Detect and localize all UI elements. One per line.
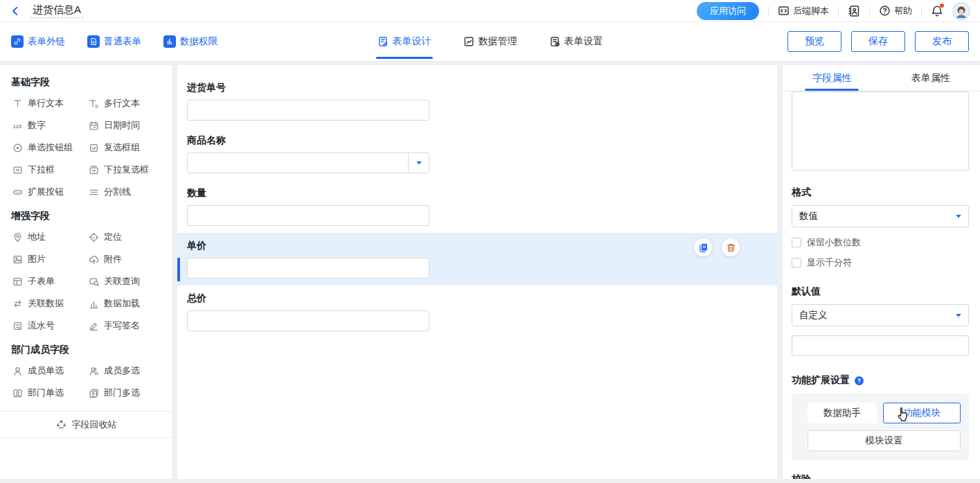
canvas-field-row[interactable]: 商品名称 [177, 128, 777, 180]
canvas-field-row[interactable]: 进货单号 [177, 75, 777, 128]
toolbar-link-plain-form[interactable]: 普通表单 [87, 35, 141, 48]
field-input[interactable] [187, 258, 429, 279]
recycle-label: 字段回收站 [72, 419, 117, 431]
sidebar-item-dropdown-multi[interactable]: 下拉复选框 [89, 159, 172, 181]
format-select[interactable]: 数值 [792, 205, 969, 227]
canvas-fields: 进货单号 商品名称 数量 单价 总价 [177, 75, 777, 338]
app-access-button[interactable]: 应用访问 [697, 2, 759, 20]
copy-field-button[interactable] [694, 238, 712, 256]
sidebar-section-title: 部门成员字段 [0, 337, 172, 360]
field-description-textarea[interactable] [792, 91, 969, 170]
sidebar-item-radio-group[interactable]: 单选按钮组 [12, 137, 89, 159]
sidebar-item-label: 成员单选 [28, 365, 64, 377]
checkbox-row[interactable]: 保留小数位数 [792, 236, 969, 249]
sidebar-item-dropdown[interactable]: 下拉框 [12, 159, 89, 181]
back-button[interactable] [10, 6, 21, 17]
sidebar-item-attachment[interactable]: 附件 [89, 248, 172, 270]
canvas-field-row[interactable]: 单价 [177, 233, 777, 286]
toolbar-link-data-permission[interactable]: 数据权限 [163, 35, 217, 48]
checkbox-row[interactable]: 显示千分符 [792, 256, 969, 269]
field-input[interactable] [187, 205, 429, 226]
sidebar-item-image[interactable]: 图片 [12, 248, 89, 270]
backend-script-button[interactable]: 后端脚本 [778, 5, 829, 17]
sidebar-item-signature[interactable]: 手写签名 [89, 315, 172, 337]
divider-icon [89, 187, 99, 197]
page-title[interactable]: 进货信息A [30, 3, 83, 19]
panel-tab-form-properties[interactable]: 表单属性 [882, 65, 980, 91]
linked-data-icon [12, 299, 23, 309]
sidebar-item-label: 数字 [28, 119, 46, 132]
sidebar-item-linked-query[interactable]: 关联查询 [89, 270, 172, 292]
question-circle-icon [879, 5, 891, 17]
sidebar-item-subform[interactable]: 子表单 [12, 270, 89, 292]
save-button[interactable]: 保存 [851, 31, 905, 52]
module-settings-button[interactable]: 模块设置 [808, 430, 961, 451]
sidebar-item-multi-text[interactable]: 多行文本 [89, 92, 172, 114]
contact-book-button[interactable] [848, 5, 860, 17]
sidebar-item-label: 扩展按钮 [28, 186, 64, 198]
tab-label: 数据管理 [479, 35, 517, 48]
tab-form-settings[interactable]: 表单设置 [549, 22, 603, 61]
sidebar-item-dept-single[interactable]: 部门单选 [12, 382, 89, 404]
checkbox-label: 保留小数位数 [807, 236, 861, 249]
sidebar-item-dept-multi[interactable]: 部门多选 [89, 382, 172, 404]
dropdown-multi-icon [89, 165, 99, 175]
panel-tab-field-properties[interactable]: 字段属性 [783, 65, 882, 91]
form-canvas[interactable]: 进货单号 商品名称 数量 单价 总价 [177, 65, 777, 479]
tab-form-design[interactable]: 表单设计 [377, 22, 431, 61]
sidebar-item-member-multi[interactable]: 成员多选 [89, 360, 172, 382]
user-avatar[interactable] [952, 2, 970, 20]
delete-field-button[interactable] [722, 238, 740, 256]
publish-button[interactable]: 发布 [915, 31, 969, 52]
sidebar-item-number[interactable]: 123 数字 [12, 114, 89, 137]
sidebar-item-label: 日期时间 [104, 119, 140, 132]
tab-data-manage[interactable]: 数据管理 [463, 22, 517, 61]
field-tools [694, 238, 740, 256]
top-header: 进货信息A 应用访问 后端脚本 帮助 [0, 0, 980, 22]
serial-number-icon [12, 321, 23, 331]
sidebar-item-checkbox-group[interactable]: 复选框组 [89, 137, 172, 159]
sidebar-item-serial-number[interactable]: 流水号 [12, 315, 89, 337]
help-label: 帮助 [894, 5, 912, 17]
checkbox[interactable] [792, 258, 801, 267]
sidebar-item-linked-data[interactable]: 关联数据 [12, 292, 89, 315]
sidebar-item-single-text[interactable]: 单行文本 [12, 92, 89, 114]
toolbar-link-link[interactable]: 表单外链 [11, 35, 65, 48]
sidebar-item-data-load[interactable]: 数据加载 [89, 292, 172, 315]
caret-down-icon[interactable] [408, 153, 429, 173]
panel-content: 格式 数值 保留小数位数 显示千分符 默认值 自定义 功能扩展设置 [783, 91, 980, 479]
panel-tabs: 字段属性表单属性 [783, 65, 980, 91]
function-module-button[interactable]: 功能模块 [883, 403, 961, 423]
field-label: 总价 [187, 292, 767, 305]
app-root: 进货信息A 应用访问 后端脚本 帮助 表单外链 普通表单 [0, 0, 980, 483]
default-value-select[interactable]: 自定义 [792, 304, 969, 326]
sidebar-item-label: 数据加载 [104, 297, 140, 310]
field-input[interactable] [187, 310, 429, 331]
tab-label: 表单设计 [393, 35, 431, 48]
default-custom-value-input[interactable] [792, 335, 969, 356]
field-label: 商品名称 [187, 134, 767, 147]
help-filled-icon[interactable] [854, 376, 864, 386]
sidebar-item-label: 关联数据 [28, 297, 64, 310]
preview-button[interactable]: 预览 [787, 31, 841, 52]
field-recycle-bin-button[interactable]: 字段回收站 [0, 411, 172, 438]
sidebar-item-datetime[interactable]: 日期时间 [89, 114, 172, 137]
sidebar-item-divider[interactable]: 分割线 [89, 181, 172, 203]
signature-icon [89, 321, 99, 331]
notification-bell-button[interactable] [931, 5, 943, 17]
data-manage-icon [463, 36, 474, 47]
field-select[interactable] [187, 152, 429, 173]
canvas-field-row[interactable]: 数量 [177, 180, 777, 233]
sidebar-item-address[interactable]: 地址 [12, 226, 89, 248]
sidebar-item-member-single[interactable]: 成员单选 [12, 360, 89, 382]
chevron-left-icon [10, 6, 21, 17]
sidebar-item-label: 部门单选 [28, 387, 64, 399]
data-assistant-button[interactable]: 数据助手 [808, 403, 877, 423]
help-button[interactable]: 帮助 [879, 5, 912, 17]
sidebar-item-locate[interactable]: 定位 [89, 226, 172, 248]
checkbox[interactable] [792, 238, 801, 247]
field-input[interactable] [187, 100, 429, 121]
canvas-field-row[interactable]: 总价 [177, 286, 777, 338]
sidebar-item-expand-button[interactable]: 扩展按钮 [12, 181, 89, 203]
sidebar-item-label: 成员多选 [104, 365, 140, 377]
